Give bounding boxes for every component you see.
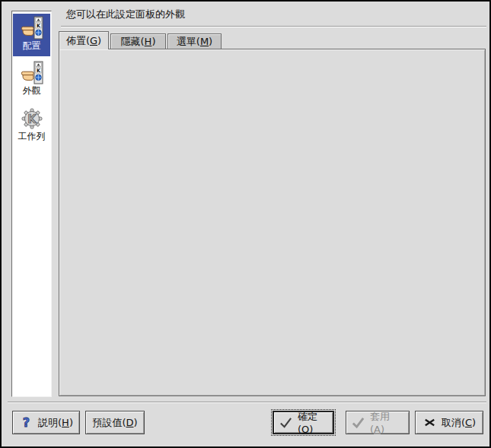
sidebar-item-label: 工作列 (13, 131, 50, 141)
sidebar-item-taskbar[interactable]: K 工作列 (13, 104, 50, 147)
dialog-description: 您可以在此設定面板的外觀 (66, 8, 185, 21)
sidebar-item-label: 配置 (13, 40, 50, 51)
ok-check-icon (279, 415, 293, 430)
ok-button-label: 確定(O) (298, 410, 328, 435)
ok-button-focus-ring: 確定(O) (271, 409, 336, 436)
tab-menus[interactable]: 選單(M) (167, 33, 222, 49)
apply-check-icon (351, 415, 365, 430)
footer-separator (8, 402, 486, 403)
tab-arrangement[interactable]: 佈置(G) (59, 31, 109, 49)
apply-button-label: 套用(A) (370, 410, 404, 435)
defaults-button[interactable]: 預設值(D) (85, 411, 145, 434)
panel-settings-dialog: K 配置 K (0, 0, 491, 448)
help-question-icon: ? (19, 415, 33, 430)
sidebar-item-configuration[interactable]: K 配置 (13, 14, 50, 56)
ok-button[interactable]: 確定(O) (273, 411, 334, 434)
tab-content-frame (59, 49, 486, 396)
defaults-button-label: 預設值(D) (92, 416, 137, 430)
panel-configure-icon: K (20, 16, 44, 40)
cancel-x-icon (422, 415, 437, 430)
help-button-label: 説明(H) (38, 416, 73, 430)
cancel-button-label: 取消(C) (442, 416, 476, 430)
header-separator (61, 26, 486, 27)
sidebar-item-label: 外觀 (13, 85, 50, 96)
kde-gear-icon: K (20, 106, 44, 131)
apply-button[interactable]: 套用(A) (346, 411, 410, 434)
tab-hiding[interactable]: 隱藏(H) (110, 33, 166, 49)
panel-appearance-icon: K (20, 61, 44, 85)
sidebar-module-list: K 配置 K (11, 11, 52, 397)
svg-text:?: ? (23, 415, 30, 430)
cancel-button[interactable]: 取消(C) (415, 411, 483, 434)
help-button[interactable]: ? 説明(H) (12, 411, 80, 434)
svg-text:K: K (27, 113, 37, 126)
sidebar-item-appearance[interactable]: K 外觀 (13, 59, 50, 101)
